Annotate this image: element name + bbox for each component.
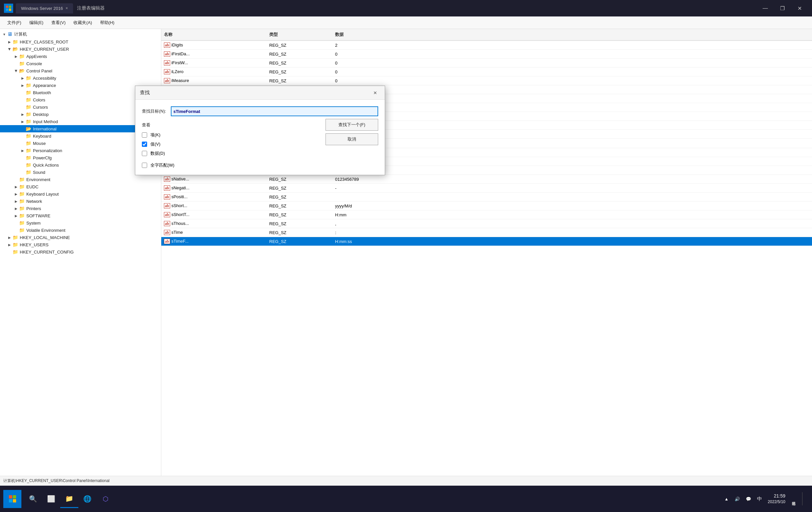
full-match-row: 全字匹配(W) (142, 162, 378, 168)
hkcu-arrow: ▶ (8, 46, 11, 52)
check-keys[interactable] (142, 132, 147, 138)
tree-item-keyboardlayout[interactable]: ▶ 📁 Keyboard Layout (0, 190, 161, 198)
check-full-match[interactable] (142, 163, 147, 168)
inputmethod-arrow: ▶ (20, 120, 26, 123)
tree-item-hkcr[interactable]: ▶ 📁 HKEY_CLASSES_ROOT (0, 38, 161, 46)
tree-item-system[interactable]: ▶ 📁 System (0, 219, 161, 227)
tree-item-printers[interactable]: ▶ 📁 Printers (0, 205, 161, 212)
tray-lang[interactable]: 中 (757, 496, 762, 502)
tree-item-environment[interactable]: ▶ 📁 Environment (0, 176, 161, 183)
tree-item-accessibility[interactable]: ▶ 📁 Accessibility (0, 75, 161, 82)
value-data: yyyy'年'M'月'd'日' (332, 140, 812, 147)
close-button[interactable]: ✕ (791, 0, 808, 17)
tab-label: Windows Server 2016 (21, 6, 63, 11)
reg-icon: ab (164, 221, 170, 226)
tree-item-volatileenv[interactable]: ▶ 📁 Volatile Environment (0, 227, 161, 234)
check-values[interactable] (142, 142, 147, 147)
value-row[interactable]: absNegati... REG_SZ - (161, 184, 812, 193)
value-type: REG_SZ (267, 60, 332, 66)
find-next-button[interactable]: 查找下一个(F) (325, 119, 378, 131)
taskbar-multitask-button[interactable]: ⬜ (42, 490, 60, 508)
value-name: absPositi... (161, 194, 267, 200)
status-path: 计算机\HKEY_CURRENT_USER\Control Panel\Inte… (3, 478, 110, 484)
value-row[interactable]: abiMeasure REG_SZ 0 (161, 76, 812, 85)
tree-item-eudc[interactable]: ▶ 📁 EUDC (0, 183, 161, 190)
tray-network-icon[interactable]: 💬 (746, 496, 751, 502)
powercfg-label: PowerCfg (33, 155, 52, 160)
value-type: REG_SZ (267, 238, 332, 245)
taskbar-ie-button[interactable]: 🌐 (78, 490, 96, 508)
value-row[interactable]: abiLZero REG_SZ 0 (161, 67, 812, 76)
desktop-label: Desktop (33, 112, 49, 117)
keyboardlayout-arrow: ▶ (13, 192, 19, 196)
tree-item-console[interactable]: ▶ 📁 Console (0, 60, 161, 67)
value-row[interactable]: abiDigits REG_SZ 2 (161, 41, 812, 50)
menu-favorites[interactable]: 收藏夹(A) (69, 18, 96, 28)
value-type: REG_SZ (267, 176, 332, 182)
sound-label: Sound (33, 170, 46, 175)
svg-rect-5 (13, 495, 16, 499)
printers-label: Printers (26, 206, 41, 211)
tree-root[interactable]: ▼ 🖥 计算机 (0, 30, 161, 38)
tree-item-hklm[interactable]: ▶ 📁 HKEY_LOCAL_MACHINE (0, 234, 161, 241)
value-row[interactable]: absNative... REG_SZ 0123456789 (161, 175, 812, 184)
tree-item-hkcu[interactable]: ▶ 📂 HKEY_CURRENT_USER (0, 46, 161, 53)
maximize-button[interactable]: ❐ (774, 0, 791, 17)
tray-volume-icon[interactable]: 🔊 (735, 496, 740, 502)
main-window: Windows Server 2016 × 注册表编辑器 — ❐ ✕ 文件(F)… (0, 0, 812, 486)
tree-item-hkcc[interactable]: ▶ 📁 HKEY_CURRENT_CONFIG (0, 248, 161, 256)
start-button[interactable] (3, 490, 21, 508)
menu-file[interactable]: 文件(F) (3, 18, 25, 28)
root-label: 计算机 (14, 31, 27, 37)
value-name: absTime (161, 229, 267, 236)
app-title: 注册表编辑器 (77, 5, 105, 11)
value-name: abiFirstDa... (161, 51, 267, 57)
menu-help[interactable]: 帮助(H) (96, 18, 118, 28)
value-row[interactable]: absShortT... REG_SZ H:mm (161, 210, 812, 219)
taskbar-explorer-button[interactable]: 📁 (60, 490, 78, 508)
find-input[interactable] (171, 106, 378, 116)
statusbar: 计算机\HKEY_CURRENT_USER\Control Panel\Inte… (0, 476, 812, 486)
check-data[interactable] (142, 151, 147, 156)
taskbar-search-button[interactable]: 🔍 (24, 490, 42, 508)
taskbar-time[interactable]: 21:59 2022/5/10 (768, 493, 785, 505)
value-row[interactable]: absTime REG_SZ : (161, 228, 812, 237)
software-label: SOFTWARE (26, 214, 50, 218)
value-type: REG_SZ (267, 78, 332, 84)
tray-arrow[interactable]: ▲ (724, 496, 729, 502)
hkcr-label: HKEY_CLASSES_ROOT (20, 39, 68, 45)
tree-item-controlpanel[interactable]: ▶ 📂 Control Panel (0, 67, 161, 75)
computer-icon: 🖥 (7, 31, 12, 37)
value-data: 3;0 (332, 159, 812, 165)
minimize-button[interactable]: — (757, 0, 774, 17)
appearance-label: Appearance (33, 83, 56, 88)
value-name: abiDigits (161, 42, 267, 49)
reg-icon: ab (164, 176, 170, 182)
window-tab[interactable]: Windows Server 2016 × (16, 3, 73, 13)
value-row[interactable]: absShort... REG_SZ yyyy/M/d (161, 201, 812, 210)
desktop-arrow: ▶ (20, 113, 26, 116)
value-row[interactable]: absTimeF... REG_SZ H:mm:ss (161, 237, 812, 246)
reg-icon: ab (164, 212, 170, 217)
tree-item-network[interactable]: ▶ 📁 Network (0, 198, 161, 205)
value-row[interactable]: abiFirstW... REG_SZ 0 (161, 59, 812, 67)
value-row[interactable]: abiFirstDa... REG_SZ 0 (161, 50, 812, 59)
value-data: yyyy/M/d (332, 203, 812, 209)
dialog-close-button[interactable]: ✕ (370, 88, 380, 98)
tab-close-icon[interactable]: × (65, 6, 68, 10)
taskbar-app-button[interactable]: ⬡ (96, 490, 115, 508)
value-type: REG_SZ (267, 42, 332, 49)
value-row[interactable]: absPositi... REG_SZ (161, 193, 812, 201)
menu-view[interactable]: 查看(V) (48, 18, 69, 28)
tree-item-software[interactable]: ▶ 📁 SOFTWARE (0, 212, 161, 219)
reg-icon: ab (164, 60, 170, 65)
tray-show-desktop[interactable] (802, 492, 809, 505)
tree-item-appevents[interactable]: ▶ 📁 AppEvents (0, 53, 161, 60)
accessibility-label: Accessibility (33, 76, 56, 81)
environment-folder-icon: 📁 (19, 177, 25, 182)
tree-item-hku[interactable]: ▶ 📁 HKEY_USERS (0, 241, 161, 248)
menu-edit[interactable]: 编辑(E) (25, 18, 48, 28)
controlpanel-label: Control Panel (26, 68, 52, 74)
cancel-button[interactable]: 取消 (325, 133, 378, 145)
value-row[interactable]: absThous... REG_SZ , (161, 219, 812, 228)
